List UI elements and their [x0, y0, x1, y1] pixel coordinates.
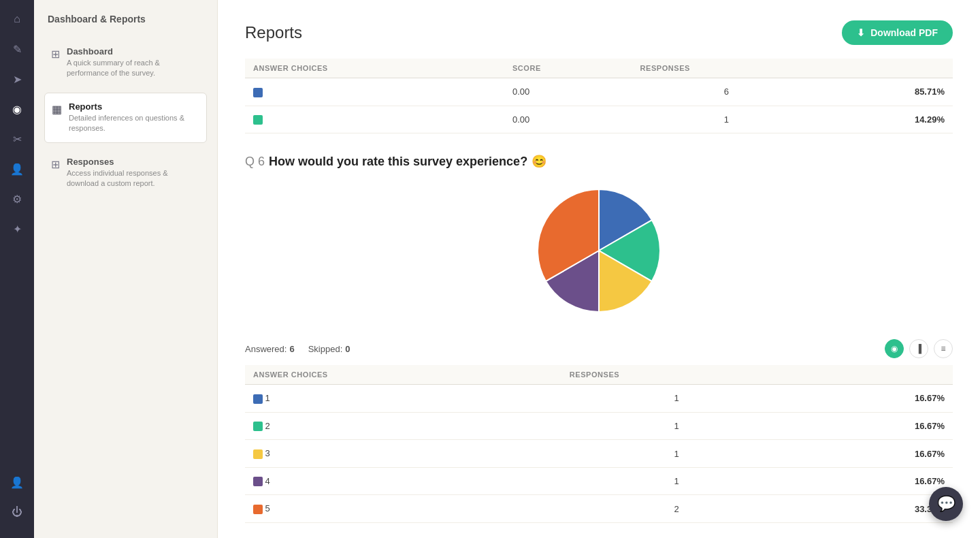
table-view-btn[interactable]: ≡ — [934, 339, 953, 358]
pct-cell: 16.67% — [791, 467, 953, 495]
answer-choice-cell: 2 — [245, 412, 561, 440]
answer-choice-cell — [245, 78, 504, 106]
main-content: Reports ⬇ Download PDF ANSWER CHOICES SC… — [218, 0, 980, 538]
reports-label: Reports — [69, 101, 199, 112]
sidebar-item-dashboard[interactable]: ⊞ Dashboard A quick summary of reach & p… — [44, 38, 207, 87]
question-6-num: Q 6 — [245, 155, 265, 169]
chart-view-icons: ◉ ▐ ≡ — [885, 339, 953, 358]
responses-cell: 2 — [561, 495, 792, 523]
question-6-label: Q 6 How would you rate this survey exper… — [245, 154, 953, 169]
answered-label: Answered: — [245, 344, 287, 354]
top-table: ANSWER CHOICES SCORE RESPONSES 0.00 6 85… — [245, 59, 953, 133]
icon-rail: ⌂ ✎ ➤ ◉ ✂ 👤 ⚙ ✦ 👤 ⏻ — [0, 0, 34, 538]
responses-cell: 1 — [561, 385, 792, 413]
chat-button[interactable]: 💬 — [929, 487, 963, 521]
responses-cell: 6 — [632, 78, 821, 106]
responses-label: Responses — [67, 157, 200, 167]
responses-icon: ⊞ — [51, 158, 60, 171]
question-6-emoji: 😊 — [532, 154, 546, 169]
answer-choice-cell: 3 — [245, 440, 561, 468]
dashboard-desc: A quick summary of reach & performance o… — [67, 58, 200, 79]
download-pdf-button[interactable]: ⬇ Download PDF — [842, 20, 953, 45]
answer-choice-cell: 4 — [245, 467, 561, 495]
page-header: Reports ⬇ Download PDF — [245, 20, 953, 45]
table-row: 0.00 1 14.29% — [245, 106, 953, 133]
q6-table: ANSWER CHOICES RESPONSES 1 1 16.67% 2 1 … — [245, 365, 953, 523]
nav-settings[interactable]: ⚙ — [5, 187, 29, 211]
q6-col-pct — [791, 365, 953, 385]
score-cell: 0.00 — [504, 106, 632, 133]
answered-stat: Answered: 6 — [245, 344, 295, 354]
responses-cell: 1 — [561, 467, 792, 495]
question-6-section: Q 6 How would you rate this survey exper… — [245, 154, 953, 523]
responses-cell: 1 — [561, 440, 792, 468]
dashboard-label: Dashboard — [67, 46, 200, 57]
answered-value: 6 — [289, 344, 294, 354]
nav-tools[interactable]: ✂ — [5, 127, 29, 151]
col-score-1: SCORE — [504, 59, 632, 78]
stats-row: Answered: 6 Skipped: 0 ◉ ▐ ≡ — [245, 339, 953, 358]
download-label: Download PDF — [870, 27, 938, 38]
nav-analytics[interactable]: ◉ — [5, 97, 29, 121]
nav-edit[interactable]: ✎ — [5, 37, 29, 61]
sidebar-item-responses[interactable]: ⊞ Responses Access individual responses … — [44, 148, 207, 197]
table-row: 4 1 16.67% — [245, 467, 953, 495]
table-row: 5 2 33.33% — [245, 495, 953, 523]
skipped-value: 0 — [345, 344, 350, 354]
answer-choice-cell: 1 — [245, 385, 561, 413]
col-pct-1 — [821, 59, 953, 78]
responses-desc: Access individual responses & download a… — [67, 168, 200, 189]
question-6-text: How would you rate this survey experienc… — [269, 155, 527, 169]
pie-chart — [531, 183, 667, 319]
pie-view-btn[interactable]: ◉ — [885, 339, 904, 358]
table-row: 0.00 6 85.71% — [245, 78, 953, 106]
pct-cell: 33.33% — [791, 495, 953, 523]
reports-desc: Detailed inferences on questions & respo… — [69, 113, 199, 134]
q6-col-responses: RESPONSES — [561, 365, 792, 385]
pct-cell: 85.71% — [821, 78, 953, 106]
pie-chart-container — [245, 183, 953, 319]
score-cell: 0.00 — [504, 78, 632, 106]
responses-cell: 1 — [561, 412, 792, 440]
nav-magic[interactable]: ✦ — [5, 217, 29, 241]
sidebar-title: Dashboard & Reports — [44, 14, 207, 25]
pct-cell: 14.29% — [821, 106, 953, 133]
answer-choice-cell: 5 — [245, 495, 561, 523]
col-responses-1: RESPONSES — [632, 59, 821, 78]
skipped-stat: Skipped: 0 — [308, 344, 350, 354]
sidebar-section-reports: ▦ Reports Detailed inferences on questio… — [44, 93, 207, 143]
download-icon: ⬇ — [857, 27, 865, 38]
nav-people[interactable]: 👤 — [5, 157, 29, 181]
answer-choice-cell — [245, 106, 504, 133]
sidebar-item-reports[interactable]: ▦ Reports Detailed inferences on questio… — [44, 93, 207, 143]
table-row: 2 1 16.67% — [245, 412, 953, 440]
nav-user-profile[interactable]: 👤 — [5, 470, 29, 494]
pct-cell: 16.67% — [791, 440, 953, 468]
nav-logout[interactable]: ⏻ — [5, 500, 29, 524]
sidebar-section-responses: ⊞ Responses Access individual responses … — [44, 148, 207, 197]
responses-cell: 1 — [632, 106, 821, 133]
sidebar: Dashboard & Reports ⊞ Dashboard A quick … — [34, 0, 218, 538]
pct-cell: 16.67% — [791, 385, 953, 413]
nav-home[interactable]: ⌂ — [5, 7, 29, 31]
q6-col-choices: ANSWER CHOICES — [245, 365, 561, 385]
dashboard-icon: ⊞ — [51, 48, 60, 61]
skipped-label: Skipped: — [308, 344, 343, 354]
bar-view-btn[interactable]: ▐ — [909, 339, 928, 358]
table-row: 1 1 16.67% — [245, 385, 953, 413]
pct-cell: 16.67% — [791, 412, 953, 440]
table-row: 3 1 16.67% — [245, 440, 953, 468]
sidebar-section-dashboard: ⊞ Dashboard A quick summary of reach & p… — [44, 38, 207, 87]
nav-send[interactable]: ➤ — [5, 67, 29, 91]
col-answer-choices-1: ANSWER CHOICES — [245, 59, 504, 78]
reports-icon: ▦ — [52, 103, 62, 116]
page-title: Reports — [245, 23, 302, 42]
